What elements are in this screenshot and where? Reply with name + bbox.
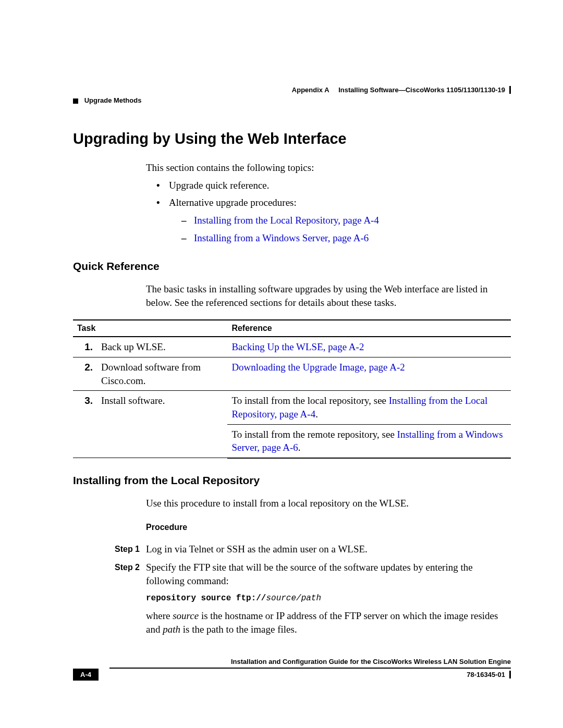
topic-sublink[interactable]: Installing from the Local Repository, pa…	[181, 214, 511, 227]
where-text: where source is the hostname or IP addre…	[146, 609, 511, 636]
page-number: A-4	[73, 669, 99, 681]
localrepo-text: Use this procedure to install from a loc…	[146, 497, 511, 510]
appendix-label: Appendix A	[292, 86, 329, 94]
page-footer: Installation and Configuration Guide for…	[73, 657, 511, 681]
step-body: Specify the FTP site that will be the so…	[146, 561, 511, 636]
running-header: Appendix A Installing Software—CiscoWork…	[73, 86, 511, 94]
procedure-label: Procedure	[146, 523, 511, 532]
th-task: Task	[73, 320, 227, 337]
quickref-heading: Quick Reference	[73, 260, 511, 273]
topic-sublink[interactable]: Installing from a Windows Server, page A…	[181, 231, 511, 245]
step-body: Log in via Telnet or SSH as the admin us…	[146, 542, 511, 556]
localrepo-heading: Installing from the Local Repository	[73, 474, 511, 487]
table-row: 1. Back up WLSE. Backing Up the WLSE, pa…	[73, 337, 511, 357]
square-icon	[73, 98, 78, 104]
ref-link[interactable]: Downloading the Upgrade Image, page A-2	[231, 362, 405, 373]
step-label: Step 2	[115, 561, 146, 636]
table-row: 2. Download software from Cisco.com. Dow…	[73, 357, 511, 391]
topic-item: Upgrade quick reference.	[156, 179, 511, 192]
header-title: Installing Software—CiscoWorks 1105/1130…	[338, 86, 505, 94]
section-name: Upgrade Methods	[84, 96, 142, 104]
intro-text: This section contains the following topi…	[146, 161, 511, 175]
quickref-text: The basic tasks in installing software u…	[146, 282, 511, 309]
table-row: 3. Install software. To install from the…	[73, 391, 511, 424]
page-heading: Upgrading by Using the Web Interface	[73, 130, 511, 147]
topic-item: Alternative upgrade procedures: Installi…	[156, 196, 511, 244]
step-row: Step 2 Specify the FTP site that will be…	[115, 561, 511, 636]
command-text: repository source ftp://source/path	[146, 593, 511, 604]
th-reference: Reference	[227, 320, 511, 337]
section-tag: Upgrade Methods	[73, 96, 141, 104]
quickref-table: Task Reference 1. Back up WLSE. Backing …	[73, 319, 511, 458]
doc-number: 78-16345-01	[467, 671, 511, 678]
step-row: Step 1 Log in via Telnet or SSH as the a…	[115, 542, 511, 556]
ref-link[interactable]: Backing Up the WLSE, page A-2	[231, 341, 364, 352]
step-label: Step 1	[115, 542, 146, 556]
footer-guide: Installation and Configuration Guide for…	[73, 657, 511, 668]
topics-list: Upgrade quick reference. Alternative upg…	[156, 179, 511, 245]
